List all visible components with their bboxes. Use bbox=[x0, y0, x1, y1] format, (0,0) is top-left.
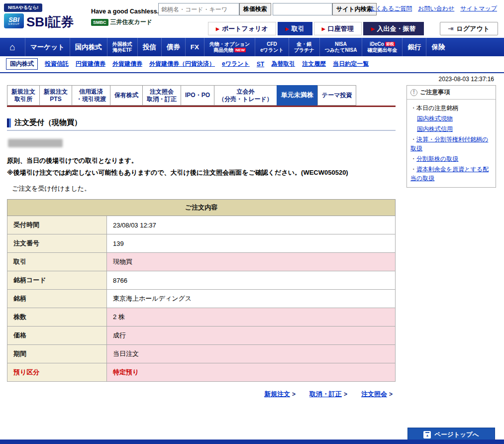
trade-tabs: 新規注文 取引所 新規注文 PTS 信用返済 ・現引現渡 保有株式 注文照会 取… bbox=[7, 85, 396, 107]
trade-button[interactable]: ▶ 取引 bbox=[278, 22, 312, 35]
tab-holdings[interactable]: 保有株式 bbox=[110, 85, 142, 106]
brand-name: SBI証券 bbox=[26, 15, 74, 28]
tab-theme-invest[interactable]: テーマ投資 bbox=[317, 85, 357, 106]
tab-new-order-exchange[interactable]: 新規注文 取引所 bbox=[7, 85, 39, 106]
subnav-ewarrant[interactable]: eワラント bbox=[222, 60, 250, 68]
sidebar-link-capital-surplus-dividend[interactable]: 資本剰余金を原資とする配当の取扱 bbox=[410, 166, 489, 182]
notice-box: ! ご注意事項 本日の注意銘柄 国内株式現物 国内株式信用 決算・分割等権利付銘… bbox=[406, 85, 496, 188]
footer-bar bbox=[0, 440, 504, 444]
sitemap-link[interactable]: サイトマップ bbox=[460, 4, 497, 13]
nav-item-market[interactable]: マーケット bbox=[25, 38, 70, 56]
warning-icon: ! bbox=[410, 89, 417, 96]
subnav-foreign-bonds[interactable]: 外貨建債券 bbox=[112, 60, 142, 68]
tab-label: IPO・PO bbox=[185, 92, 210, 99]
nav-item-bank[interactable]: 銀行 bbox=[402, 38, 426, 56]
arrow-right-icon: ▶ bbox=[371, 26, 375, 31]
logout-button[interactable]: ⇥ ログアウト bbox=[440, 22, 498, 35]
nav-item-futures-options[interactable]: 先物・オプション 商品先物 NEW bbox=[204, 38, 255, 56]
subnav-investment-trust[interactable]: 投資信託 bbox=[45, 60, 69, 68]
header: NISAやるなら! SBI GROUP SBI証券 Have a good Ca… bbox=[0, 0, 504, 38]
sidebar-link-split-shares[interactable]: 分割新株の取扱 bbox=[416, 155, 458, 162]
tab-order-inquiry[interactable]: 注文照会 取消・訂正 bbox=[142, 85, 181, 106]
nav-item-ideco[interactable]: iDeCo 節税 確定拠出年金 bbox=[362, 38, 402, 56]
stock-search-button[interactable]: 株価検索 bbox=[239, 3, 271, 15]
row-value: 東京海上ホールディングス bbox=[107, 290, 396, 308]
deposit-transfer-button[interactable]: ▶ 入出金・振替 bbox=[363, 22, 424, 35]
site-search-input[interactable] bbox=[273, 3, 332, 15]
sidebar-link-domestic-cash[interactable]: 国内株式現物 bbox=[417, 115, 453, 122]
row-value: 23/08/03 12:37 bbox=[107, 216, 396, 234]
account-mgmt-label: 口座管理 bbox=[328, 24, 354, 33]
table-row: 銘柄 東京海上ホールディングス bbox=[7, 290, 396, 308]
contact-link[interactable]: お問い合わせ bbox=[418, 4, 454, 13]
logout-label: ログアウト bbox=[456, 24, 490, 33]
nav-item-funds[interactable]: 投信 bbox=[137, 38, 161, 56]
portfolio-button[interactable]: ▶ ポートフォリオ bbox=[208, 22, 276, 35]
tab-margin-repayment[interactable]: 信用返済 ・現引現渡 bbox=[72, 85, 110, 106]
smbc-logo-icon: SMBC bbox=[91, 19, 108, 26]
nav-item-foreign-stock[interactable]: 外国株式 海外ETF bbox=[107, 38, 137, 56]
sbi-logo-subtext: GROUP bbox=[8, 23, 19, 25]
row-label: 預り区分 bbox=[7, 363, 107, 382]
tab-fractional-shares[interactable]: 単元未満株 bbox=[277, 85, 317, 106]
notice-code: (WECW050520) bbox=[301, 169, 348, 176]
nav-item-bonds[interactable]: 債券 bbox=[161, 38, 185, 56]
order-accepted-message: ご注文を受け付けました。 bbox=[12, 184, 396, 193]
cashless-slogan: Have a good Cashless. bbox=[91, 8, 159, 15]
row-value: 特定預り bbox=[107, 363, 396, 382]
stock-search-input[interactable] bbox=[158, 3, 239, 15]
subnav-st[interactable]: ST bbox=[257, 61, 264, 68]
table-row: 注文番号 139 bbox=[7, 234, 396, 253]
nav-item-home[interactable]: ⌂ bbox=[0, 38, 25, 56]
title-accent-bar bbox=[7, 118, 11, 127]
nav-item-insurance[interactable]: 保険 bbox=[426, 38, 450, 56]
table-row: 期間 当日注文 bbox=[7, 345, 396, 363]
page-title-text: 注文受付（現物買） bbox=[14, 118, 82, 127]
nav-item-fx[interactable]: FX bbox=[185, 38, 204, 56]
tab-ipo-po[interactable]: IPO・PO bbox=[181, 85, 214, 106]
subnav-yen-bonds[interactable]: 円貨建債券 bbox=[76, 60, 105, 68]
subnav-today-executions[interactable]: 当日約定一覧 bbox=[333, 60, 369, 68]
sub-nav: 国内株式 投資信託 円貨建債券 外貨建債券 外貨建債券（円貨決済） eワラント … bbox=[0, 56, 504, 73]
notice-box-title: ご注意事項 bbox=[420, 88, 450, 97]
nav-item-nisa[interactable]: NISA つみたてNISA bbox=[319, 38, 362, 56]
arrow-right-icon: ▶ bbox=[322, 26, 325, 31]
subnav-order-history[interactable]: 注文履歴 bbox=[302, 60, 326, 68]
account-mgmt-button[interactable]: ▶ 口座管理 bbox=[314, 22, 362, 35]
row-value: 139 bbox=[107, 234, 396, 253]
nav-item-cfd[interactable]: CFD eワラント bbox=[255, 38, 289, 56]
chevron-right-icon: > bbox=[344, 391, 347, 398]
smbc-card-name: 三井住友カード bbox=[110, 18, 153, 26]
subnav-foreign-bonds-yen[interactable]: 外貨建債券（円貨決済） bbox=[149, 60, 215, 68]
search-area: 株価検索 サイト内検索 bbox=[158, 3, 377, 15]
tab-new-order-pts[interactable]: 新規注文 PTS bbox=[39, 85, 72, 106]
portfolio-label: ポートフォリオ bbox=[222, 24, 268, 33]
sidebar-link-domestic-margin[interactable]: 国内株式信用 bbox=[417, 125, 453, 132]
nav-label: 金・銀 bbox=[297, 41, 311, 47]
logout-icon: ⇥ bbox=[448, 25, 454, 32]
subnav-domestic-stock[interactable]: 国内株式 bbox=[6, 58, 38, 70]
nav-item-domestic-stock[interactable]: 国内株式 bbox=[70, 38, 107, 56]
row-value: 2 株 bbox=[107, 308, 396, 327]
order-details-table: ご注文内容 受付時間 23/08/03 12:37 注文番号 139 取引 現物… bbox=[7, 199, 396, 382]
order-inquiry-link[interactable]: 注文照会 bbox=[361, 390, 387, 399]
bottom-links: 新規注文 > 取消・訂正 > 注文照会 > bbox=[7, 390, 393, 399]
tab-label: （分売・トレード） bbox=[218, 96, 273, 103]
row-value: 当日注文 bbox=[107, 345, 396, 363]
faq-link[interactable]: よくあるご質問 bbox=[370, 4, 412, 13]
home-icon: ⌂ bbox=[9, 42, 15, 53]
logo[interactable]: NISAやるなら! SBI GROUP SBI証券 bbox=[4, 2, 74, 28]
table-row: 預り区分 特定預り bbox=[7, 363, 396, 382]
nav-label: 国内株式 bbox=[75, 43, 102, 52]
subnav-exchange-trade[interactable]: 為替取引 bbox=[271, 60, 295, 68]
cashless-promo: Have a good Cashless. SMBC 三井住友カード bbox=[91, 8, 159, 26]
tab-off-exchange[interactable]: 立会外 （分売・トレード） bbox=[214, 85, 277, 106]
cancel-amend-link[interactable]: 取消・訂正 bbox=[309, 390, 342, 399]
new-order-link[interactable]: 新規注文 bbox=[264, 390, 290, 399]
page-title: 注文受付（現物買） bbox=[7, 118, 396, 131]
sidebar-link-rights-stocks[interactable]: 決算・分割等権利付銘柄の取扱 bbox=[410, 136, 488, 152]
sbi-logo-icon: SBI GROUP bbox=[4, 13, 24, 28]
table-row: 取引 現物買 bbox=[7, 253, 396, 271]
nav-sublabel: 確定拠出年金 bbox=[367, 47, 397, 53]
nav-item-gold-platinum[interactable]: 金・銀 プラチナ bbox=[289, 38, 319, 56]
